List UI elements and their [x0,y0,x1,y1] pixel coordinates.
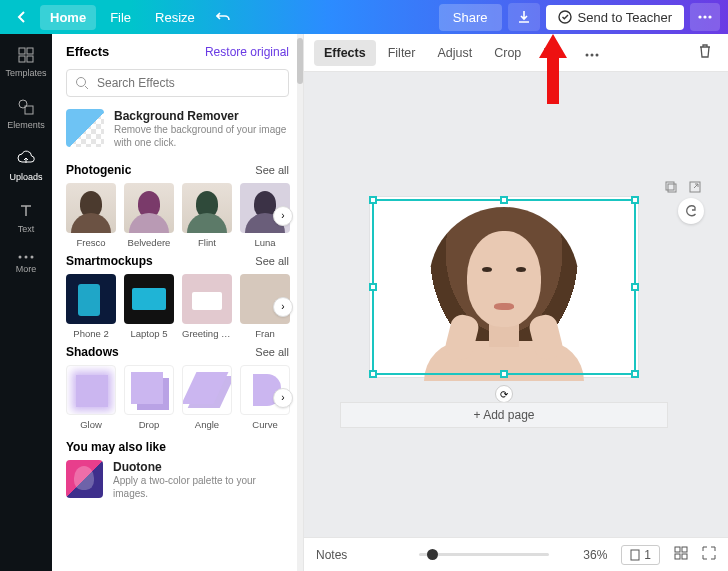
object-panel-sidebar: Templates Elements Uploads Text More [0,34,52,571]
zoom-slider-knob[interactable] [427,549,438,560]
svg-rect-24 [675,554,680,559]
shadow-drop[interactable]: Drop [124,365,174,430]
svg-point-17 [596,53,599,56]
send-to-teacher-button[interactable]: Send to Teacher [546,5,684,30]
sidebar-label: Elements [7,120,45,130]
smartmockups-next[interactable]: › [273,297,293,317]
section-also-title: You may also like [66,440,166,454]
stage[interactable]: ⟳ + Add page [304,72,728,537]
rotate-handle[interactable]: ⟳ [495,385,513,403]
shadow-angle[interactable]: Angle [182,365,232,430]
zoom-value[interactable]: 36% [563,548,607,562]
svg-rect-18 [666,182,674,190]
download-button[interactable] [508,3,540,31]
section-shadows-title: Shadows [66,345,119,359]
back-button[interactable] [8,3,36,31]
svg-rect-22 [675,547,680,552]
photogenic-item-belvedere[interactable]: Belvedere [124,183,174,248]
svg-point-9 [19,100,27,108]
grid-view-button[interactable] [674,546,688,563]
svg-point-12 [25,256,28,259]
toolbar-tab-flip[interactable]: Flip [533,40,573,66]
autofill-button[interactable] [678,198,704,224]
more-top-button[interactable] [690,3,720,31]
templates-icon [17,46,35,64]
svg-rect-8 [27,56,33,62]
toolbar-tab-filter[interactable]: Filter [378,40,426,66]
send-label: Send to Teacher [578,10,672,25]
toolbar-tab-crop[interactable]: Crop [484,40,531,66]
section-photogenic-title: Photogenic [66,163,131,177]
sidebar-item-elements[interactable]: Elements [0,94,52,134]
smartmockup-phone2[interactable]: Phone 2 [66,274,116,339]
svg-point-2 [703,15,706,18]
effects-panel: Effects Restore original Background Remo… [52,34,304,571]
duotone-desc: Apply a two-color palette to your images… [113,474,289,500]
elements-icon [17,98,35,116]
canvas-page[interactable]: ⟳ [370,197,638,377]
panel-scrollbar[interactable] [297,34,303,571]
notes-button[interactable]: Notes [316,548,347,562]
shadow-glow[interactable]: Glow [66,365,116,430]
svg-rect-19 [668,184,676,192]
shadows-see-all[interactable]: See all [255,346,289,358]
sidebar-label: Uploads [9,172,42,182]
svg-rect-6 [27,48,33,54]
svg-point-16 [591,53,594,56]
footer-bar: Notes 36% 1 [304,537,728,571]
svg-point-15 [586,53,589,56]
undo-button[interactable] [209,3,237,31]
search-effects-input-wrap[interactable] [66,69,289,97]
resize-button[interactable]: Resize [145,5,205,30]
fullscreen-button[interactable] [702,546,716,563]
open-page-icon[interactable] [688,180,702,198]
svg-point-0 [559,11,571,23]
share-button[interactable]: Share [439,4,502,31]
sidebar-item-more[interactable]: More [0,250,52,278]
photogenic-see-all[interactable]: See all [255,164,289,176]
sidebar-item-uploads[interactable]: Uploads [0,146,52,186]
context-toolbar: Effects Filter Adjust Crop Flip [304,34,728,72]
page-icon [630,549,640,561]
photogenic-next[interactable]: › [273,206,293,226]
text-icon [17,202,35,220]
page-number: 1 [644,548,651,562]
file-menu[interactable]: File [100,5,141,30]
search-effects-input[interactable] [97,76,280,90]
page-selector[interactable]: 1 [621,545,660,565]
duotone-thumb [66,460,103,498]
toolbar-tab-effects[interactable]: Effects [314,40,376,66]
sidebar-item-templates[interactable]: Templates [0,42,52,82]
sidebar-item-text[interactable]: Text [0,198,52,238]
zoom-slider[interactable] [419,553,549,556]
svg-point-11 [19,256,22,259]
add-page-button[interactable]: + Add page [340,402,668,428]
smartmockup-greeting[interactable]: Greeting car… [182,274,232,339]
smartmockups-see-all[interactable]: See all [255,255,289,267]
panel-title: Effects [66,44,109,59]
svg-rect-25 [682,554,687,559]
section-smartmockups-title: Smartmockups [66,254,153,268]
uploads-icon [17,150,35,168]
duotone-tile[interactable]: Duotone Apply a two-color palette to you… [66,460,289,500]
sidebar-label: Templates [5,68,46,78]
restore-original-link[interactable]: Restore original [205,45,289,59]
home-button[interactable]: Home [40,5,96,30]
photogenic-item-flint[interactable]: Flint [182,183,232,248]
sidebar-label: Text [18,224,35,234]
toolbar-tab-adjust[interactable]: Adjust [427,40,482,66]
selection-outline[interactable] [372,199,636,375]
photogenic-item-fresco[interactable]: Fresco [66,183,116,248]
bg-remover-thumb [66,109,104,147]
toolbar-more[interactable] [577,40,607,66]
duplicate-page-icon[interactable] [664,180,678,198]
duotone-title: Duotone [113,460,289,474]
smartmockup-laptop5[interactable]: Laptop 5 [124,274,174,339]
shadows-next[interactable]: › [273,388,293,408]
svg-point-1 [698,15,701,18]
delete-button[interactable] [692,37,718,68]
background-remover-tile[interactable]: Background Remover Remove the background… [66,109,289,149]
svg-point-14 [77,78,86,87]
svg-rect-7 [19,56,25,62]
canvas-area: Effects Filter Adjust Crop Flip [304,34,728,571]
